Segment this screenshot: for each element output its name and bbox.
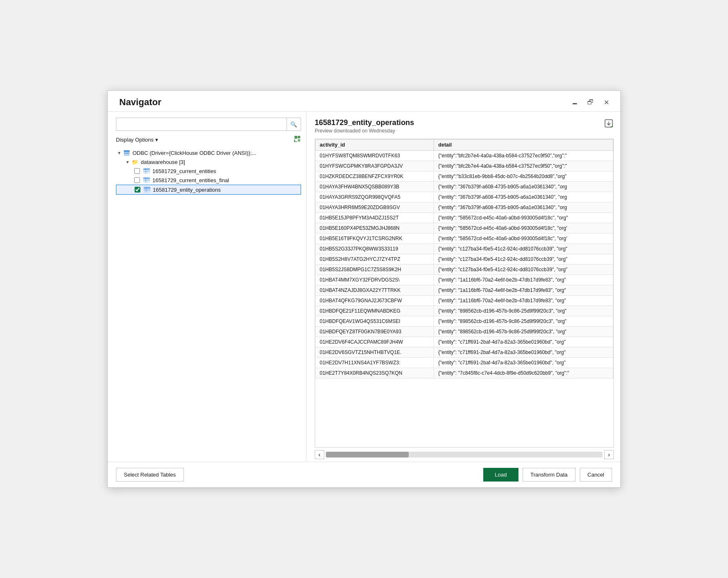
cell-activity-id: 01HB5E15JP8PFYM3A4DZJ15S2T xyxy=(316,213,434,223)
svg-rect-20 xyxy=(144,187,150,188)
horizontal-scrollbar[interactable] xyxy=(326,452,603,458)
cell-activity-id: 01HAYA3HRR6M59E20ZDGB9SGV xyxy=(316,202,434,213)
title-bar: Navigator 🗕 🗗 ✕ xyxy=(108,91,620,111)
table-row: 01HBDFQEYZ8TF0GKN7B9E0YA93{"entity": "89… xyxy=(316,327,613,337)
window-controls: 🗕 🗗 ✕ xyxy=(569,96,612,108)
data-table: activity_id detail 01HYFSW8TQM8SWMRDV0TF… xyxy=(315,139,613,378)
cell-activity-id: 01HE2DV7H11XNS4A1YF7BSWZ3: xyxy=(316,358,434,368)
col-header-detail: detail xyxy=(434,140,613,151)
scroll-right-button[interactable]: › xyxy=(604,450,614,459)
cell-activity-id: 01HYFSWCGPMKY8RA3FGPDA3JV xyxy=(316,161,434,171)
tree-item-root[interactable]: ▼ ODBC (Driver={ClickHouse ODBC Driver (… xyxy=(116,148,301,157)
tree-dw-label: datawarehouse [3] xyxy=(141,159,185,165)
cell-detail: {"entity": "585672cd-e45c-40a6-a0bd-9930… xyxy=(434,223,613,234)
data-table-container: activity_id detail 01HYFSW8TQM8SWMRDV0TF… xyxy=(315,139,614,448)
search-row: 🔍 xyxy=(116,118,301,131)
display-options-label: Display Options xyxy=(116,137,154,143)
cell-detail: {"entity": "c127ba34-f0e5-41c2-924c-dd81… xyxy=(434,265,613,275)
cell-detail: {"entity": "367b379f-a608-4735-b905-a6a1… xyxy=(434,182,613,192)
table-row: 01HE2DV7H11XNS4A1YF7BSWZ3:{"entity": "c7… xyxy=(316,358,613,368)
cell-detail: {"entity": "1a116bf6-70a2-4e6f-be2b-47db… xyxy=(434,296,613,306)
tree-label-current-entities-final: 16581729_current_entities_final xyxy=(152,177,229,183)
cell-detail: {"entity": "c127ba34-f0e5-41c2-924c-dd81… xyxy=(434,244,613,254)
cell-activity-id: 01HBDFQEAV1WG4QS531C6MSEI xyxy=(316,316,434,327)
db-icon xyxy=(123,149,131,156)
scroll-left-button[interactable]: ‹ xyxy=(315,450,324,459)
cell-detail: {"entity":"b33c81eb-9bb8-45dc-b07c-4b256… xyxy=(434,171,613,182)
cell-activity-id: 01HB5S2G33J7PKQ8WW3S33119 xyxy=(316,244,434,254)
table-row: 01HB5E15JP8PFYM3A4DZJ15S2T{"entity": "58… xyxy=(316,213,613,223)
cell-detail: {"entity": "7c845f8c-c7e4-4dcb-8f9e-d50d… xyxy=(434,368,613,378)
table-row: 01HB5S2G33J7PKQ8WW3S33119{"entity": "c12… xyxy=(316,244,613,254)
display-options-button[interactable]: Display Options ▾ xyxy=(116,137,158,143)
cell-activity-id: 01HE2T7Y84X0RB4NQS23SQ7KQN xyxy=(316,368,434,378)
maximize-button[interactable]: 🗗 xyxy=(585,96,596,108)
cell-activity-id: 01HBAT4NZAJDJ8GXA22Y7TTRKK xyxy=(316,285,434,296)
search-input[interactable] xyxy=(116,118,287,131)
svg-rect-2 xyxy=(298,139,300,142)
cell-activity-id: 01HBAT4MM7XGY32FDRVDGS2S\ xyxy=(316,275,434,285)
right-panel: 16581729_entity_operations Preview downl… xyxy=(306,112,620,462)
cell-activity-id: 01HZKRDEDCZ38BENFZFCX9YR0K xyxy=(316,171,434,182)
checkbox-current-entities[interactable] xyxy=(134,168,140,174)
cell-detail: {"entity": "c71ff691-2baf-4d7a-82a3-365b… xyxy=(434,347,613,358)
svg-rect-5 xyxy=(124,154,130,156)
checkbox-entity-operations[interactable] xyxy=(135,187,140,193)
cancel-button[interactable]: Cancel xyxy=(580,468,612,482)
search-button[interactable]: 🔍 xyxy=(287,118,301,131)
preview-title: 16581729_entity_operations xyxy=(315,118,414,127)
cell-detail: {"entity": "c71ff691-2baf-4d7a-82a3-365b… xyxy=(434,358,613,368)
select-related-button[interactable]: Select Related Tables xyxy=(116,468,184,482)
display-options-arrow-icon: ▾ xyxy=(155,137,158,143)
transform-button[interactable]: Transform Data xyxy=(523,468,576,482)
tree-item-datawarehouse[interactable]: ▼ 📁 datawarehouse [3] xyxy=(116,157,301,166)
tree-item-current-entities[interactable]: 16581729_current_entities xyxy=(116,166,301,176)
left-panel: 🔍 Display Options ▾ xyxy=(108,112,306,462)
svg-rect-10 xyxy=(143,168,150,170)
table-row: 01HBDFQE21F11EQWMNABDKEG{"entity": "8985… xyxy=(316,306,613,316)
cell-detail: {"entity": "1a116bf6-70a2-4e6f-be2b-47db… xyxy=(434,275,613,285)
cell-detail: {"entity":"bfc2b7e4-4a0a-438a-b584-c3752… xyxy=(434,161,613,171)
table-row: 01HAYA3FHW4BNX5QSBB089Y3B{"entity": "367… xyxy=(316,182,613,192)
checkbox-current-entities-final[interactable] xyxy=(134,177,140,183)
cell-detail: {"entity": "1a116bf6-70a2-4e6f-be2b-47db… xyxy=(434,285,613,296)
main-content: 🔍 Display Options ▾ xyxy=(108,111,620,462)
cell-activity-id: 01HB5S2JS8DMPG1C7Z5S8S9K2H xyxy=(316,265,434,275)
table-row: 01HYFSWCGPMKY8RA3FGPDA3JV{"entity":"bfc2… xyxy=(316,161,613,171)
cell-detail: {"entity": "367b379f-a608-4735-b905-a6a1… xyxy=(434,202,613,213)
minimize-button[interactable]: 🗕 xyxy=(569,96,581,108)
svg-rect-1 xyxy=(298,136,300,138)
table-row: 01HAYA3HRR6M59E20ZDGB9SGV{"entity": "367… xyxy=(316,202,613,213)
tree-item-current-entities-final[interactable]: 16581729_current_entities_final xyxy=(116,176,301,185)
expand-arrow-dw-icon: ▼ xyxy=(124,159,131,165)
expand-arrow-icon: ▼ xyxy=(116,149,123,156)
cell-detail: {"entity": "898562cb-d196-457b-9c86-25d9… xyxy=(434,306,613,316)
close-button[interactable]: ✕ xyxy=(600,96,612,108)
tree-item-entity-operations[interactable]: 16581729_entity_operations xyxy=(116,185,301,195)
cell-activity-id: 01HE2DV6SGVTZ15NHTHBTVQ1E. xyxy=(316,347,434,358)
cell-activity-id: 01HE2DV6F4CAJCCPAMC89FJH4W xyxy=(316,337,434,347)
table-row: 01HE2T7Y84X0RB4NQS23SQ7KQN{"entity": "7c… xyxy=(316,368,613,378)
cell-detail: {"entity":"bfc2b7e4-4a0a-438a-b584-c3752… xyxy=(434,151,613,161)
table-icon-3 xyxy=(143,186,151,193)
tree-root-label: ODBC (Driver={ClickHouse ODBC Driver (AN… xyxy=(133,150,256,156)
cell-activity-id: 01HAYA3GRRS9ZQGR998QVQFA5 xyxy=(316,192,434,202)
load-button[interactable]: Load xyxy=(483,468,518,482)
cell-detail: {"entity": "898562cb-d196-457b-9c86-25d9… xyxy=(434,327,613,337)
navigator-dialog: Navigator 🗕 🗗 ✕ 🔍 Display Options ▾ xyxy=(107,90,621,488)
table-row: 01HBAT4QFKG79GNAJ2J673CBFW{"entity": "1a… xyxy=(316,296,613,306)
table-row: 01HBDFQEAV1WG4QS531C6MSEI{"entity": "898… xyxy=(316,316,613,327)
footer-right: Load Transform Data Cancel xyxy=(483,468,612,482)
table-row: 01HB5S2H8V7ATG2HYCJ7ZY4TPZ{"entity": "c1… xyxy=(316,254,613,265)
tree-label-current-entities: 16581729_current_entities xyxy=(152,168,216,174)
preview-download-icon[interactable] xyxy=(604,118,614,130)
tree-area: ▼ ODBC (Driver={ClickHouse ODBC Driver (… xyxy=(116,148,301,462)
refresh-button[interactable] xyxy=(294,135,301,144)
cell-detail: {"entity": "898562cb-d196-457b-9c86-25d9… xyxy=(434,316,613,327)
svg-rect-3 xyxy=(124,150,130,152)
table-row: 01HZKRDEDCZ38BENFZFCX9YR0K{"entity":"b33… xyxy=(316,171,613,182)
table-row: 01HAYA3GRRS9ZQGR998QVQFA5{"entity": "367… xyxy=(316,192,613,202)
scrollbar-thumb xyxy=(326,452,409,458)
table-row: 01HE2DV6SGVTZ15NHTHBTVQ1E.{"entity": "c7… xyxy=(316,347,613,358)
cell-detail: {"entity": "585672cd-e45c-40a6-a0bd-9930… xyxy=(434,234,613,244)
